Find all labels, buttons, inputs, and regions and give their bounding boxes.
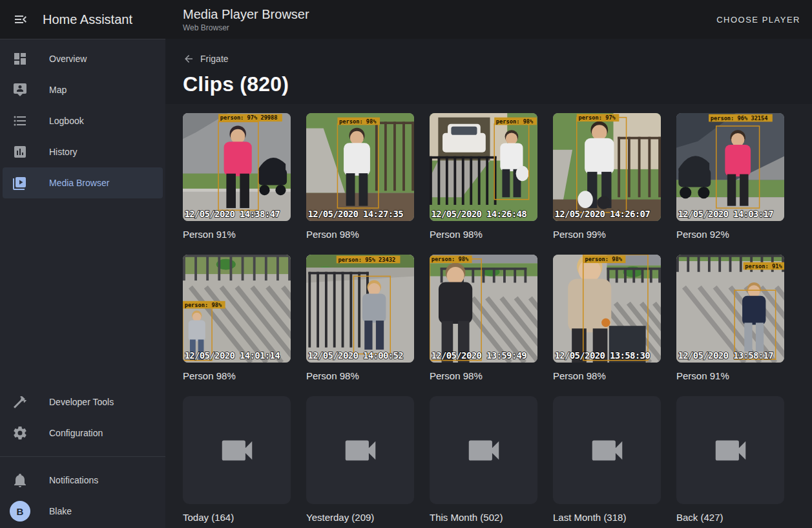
clip-scene: person: 95% 2343212/05/2020 14:00:52: [306, 255, 414, 363]
clips-grid: person: 97% 2998812/05/2020 14:38:47Pers…: [165, 104, 812, 525]
svg-text:12/05/2020 14:27:35: 12/05/2020 14:27:35: [308, 209, 404, 219]
clip-scene: person: 98%12/05/2020 13:59:49: [430, 255, 537, 363]
clip-card[interactable]: person: 97%12/05/2020 14:26:07Person 99%: [553, 113, 661, 242]
sidebar-item-notifications[interactable]: Notifications: [3, 465, 163, 496]
svg-text:person: 98%: person: 98%: [339, 118, 377, 125]
sidebar-main-list: OverviewMapLogbookHistoryMedia Browser: [0, 39, 165, 198]
folder-thumbnail[interactable]: [676, 396, 784, 504]
sidebar-item-label: History: [49, 147, 78, 157]
play-box-multiple-icon: [12, 175, 28, 191]
svg-text:12/05/2020 13:58:17: 12/05/2020 13:58:17: [678, 350, 774, 361]
folder-thumbnail[interactable]: [553, 396, 661, 504]
clip-label: Person 98%: [553, 369, 661, 383]
view-dashboard-icon: [12, 51, 28, 67]
folder-thumbnail[interactable]: [306, 396, 414, 504]
clip-scene: person: 97%12/05/2020 14:26:07: [553, 113, 661, 221]
notifications-label: Notifications: [49, 475, 98, 485]
sidebar-item-label: Media Browser: [49, 178, 109, 188]
clip-card[interactable]: person: 98%12/05/2020 14:01:14Person 98%: [183, 255, 291, 383]
svg-text:12/05/2020 14:01:14: 12/05/2020 14:01:14: [185, 350, 280, 361]
folder-label: Last Month (318): [553, 511, 661, 525]
clip-scene: person: 98%12/05/2020 14:27:35: [306, 113, 414, 221]
clip-thumbnail[interactable]: person: 98%12/05/2020 14:26:48: [430, 113, 537, 221]
clip-card[interactable]: person: 91%12/05/2020 13:58:17Person 91%: [676, 255, 784, 383]
clip-thumbnail[interactable]: person: 91%12/05/2020 13:58:17: [676, 255, 784, 363]
clip-scene: person: 91%12/05/2020 13:58:17: [676, 255, 784, 363]
folder-label: Yesterday (209): [306, 511, 414, 525]
clip-thumbnail[interactable]: person: 95% 2343212/05/2020 14:00:52: [306, 255, 414, 363]
media-player-subtitle: Web Browser: [183, 23, 709, 32]
breadcrumb-label: Frigate: [200, 54, 229, 64]
clip-thumbnail[interactable]: person: 96% 3215412/05/2020 14:03:17: [676, 113, 784, 221]
app-bar-left: Home Assistant: [0, 12, 165, 27]
format-list-bulleted-icon: [12, 113, 28, 129]
sidebar-item-map[interactable]: Map: [3, 74, 163, 105]
svg-text:person: 98%: person: 98%: [585, 256, 622, 262]
clip-thumbnail[interactable]: person: 98%12/05/2020 13:59:49: [430, 255, 537, 363]
clip-card[interactable]: person: 95% 2343212/05/2020 14:00:52Pers…: [306, 255, 414, 383]
clip-thumbnail[interactable]: person: 98%12/05/2020 14:27:35: [306, 113, 414, 221]
clip-card[interactable]: person: 98%12/05/2020 13:58:30Person 98%: [553, 255, 661, 383]
sidebar-toggle-button[interactable]: [13, 12, 28, 27]
clip-card[interactable]: person: 98%12/05/2020 14:27:35Person 98%: [306, 113, 414, 242]
clip-scene: person: 98%12/05/2020 14:01:14: [183, 255, 291, 363]
sidebar-bottom: Developer ToolsConfiguration Notificatio…: [0, 386, 165, 528]
breadcrumb[interactable]: Frigate: [183, 53, 229, 65]
clip-scene: person: 97% 2998812/05/2020 14:38:47: [183, 113, 291, 221]
clip-thumbnail[interactable]: person: 97% 2998812/05/2020 14:38:47: [183, 113, 291, 221]
sidebar-item-profile[interactable]: B Blake: [3, 496, 163, 527]
clip-thumbnail[interactable]: person: 97%12/05/2020 14:26:07: [553, 113, 661, 221]
clip-card[interactable]: person: 98%12/05/2020 13:59:49Person 98%: [430, 255, 537, 383]
folder-thumbnail[interactable]: [430, 396, 537, 504]
clip-card[interactable]: person: 98%12/05/2020 14:26:48Person 98%: [430, 113, 537, 242]
clip-label: Person 98%: [430, 227, 537, 242]
svg-text:12/05/2020 13:58:30: 12/05/2020 13:58:30: [555, 350, 651, 361]
sidebar-item-developer-tools[interactable]: Developer Tools: [3, 386, 163, 417]
content-header: Frigate Clips (820): [165, 39, 812, 104]
svg-text:person: 98%: person: 98%: [432, 256, 469, 262]
clip-label: Person 98%: [306, 227, 414, 242]
svg-text:person: 96% 32154: person: 96% 32154: [711, 115, 768, 121]
video-camera-icon: [217, 430, 257, 470]
sidebar-item-label: Configuration: [49, 428, 103, 438]
clip-thumbnail[interactable]: person: 98%12/05/2020 13:58:30: [553, 255, 661, 363]
chart-box-icon: [12, 144, 28, 160]
clip-scene: person: 98%12/05/2020 14:26:48: [430, 113, 537, 221]
sidebar-item-media-browser[interactable]: Media Browser: [3, 167, 163, 198]
video-camera-icon: [340, 430, 380, 470]
cog-icon: [12, 425, 28, 441]
svg-text:12/05/2020 14:03:17: 12/05/2020 14:03:17: [678, 209, 774, 219]
arrow-left-icon: [183, 53, 194, 65]
svg-text:person: 95% 23432: person: 95% 23432: [338, 257, 395, 263]
folder-card-today-164[interactable]: Today (164): [183, 396, 291, 525]
svg-text:person: 98%: person: 98%: [185, 302, 222, 308]
clip-card[interactable]: person: 97% 2998812/05/2020 14:38:47Pers…: [183, 113, 291, 242]
sidebar-item-configuration[interactable]: Configuration: [3, 417, 163, 449]
sidebar-item-label: Map: [49, 85, 67, 95]
page-title: Clips (820): [183, 72, 795, 96]
folder-card-last-month-318[interactable]: Last Month (318): [553, 396, 661, 525]
folder-thumbnail[interactable]: [183, 396, 291, 504]
folder-card-back-427[interactable]: Back (427): [676, 396, 784, 525]
clip-label: Person 99%: [553, 227, 661, 242]
sidebar-item-logbook[interactable]: Logbook: [3, 105, 163, 136]
clip-label: Person 98%: [306, 369, 414, 383]
clip-label: Person 98%: [183, 369, 291, 383]
sidebar-item-history[interactable]: History: [3, 136, 163, 167]
folder-label: Back (427): [676, 511, 784, 525]
choose-player-button[interactable]: CHOOSE PLAYER: [709, 8, 808, 31]
folder-label: This Month (502): [430, 511, 537, 525]
folder-card-this-month-502[interactable]: This Month (502): [430, 396, 537, 525]
sidebar-item-label: Developer Tools: [49, 397, 114, 407]
folder-card-yesterday-209[interactable]: Yesterday (209): [306, 396, 414, 525]
svg-text:12/05/2020 14:38:47: 12/05/2020 14:38:47: [185, 209, 280, 219]
app-bar: Home Assistant Media Player Browser Web …: [0, 0, 812, 39]
media-player-title: Media Player Browser: [183, 6, 709, 22]
sidebar-item-overview[interactable]: Overview: [3, 43, 163, 74]
clip-thumbnail[interactable]: person: 98%12/05/2020 14:01:14: [183, 255, 291, 363]
clip-card[interactable]: person: 96% 3215412/05/2020 14:03:17Pers…: [676, 113, 784, 242]
media-player-header: Media Player Browser Web Browser: [165, 6, 709, 32]
svg-text:person: 97% 29988: person: 97% 29988: [220, 114, 278, 121]
tooltip-account-icon: [12, 82, 28, 98]
sidebar: OverviewMapLogbookHistoryMedia Browser D…: [0, 39, 165, 528]
